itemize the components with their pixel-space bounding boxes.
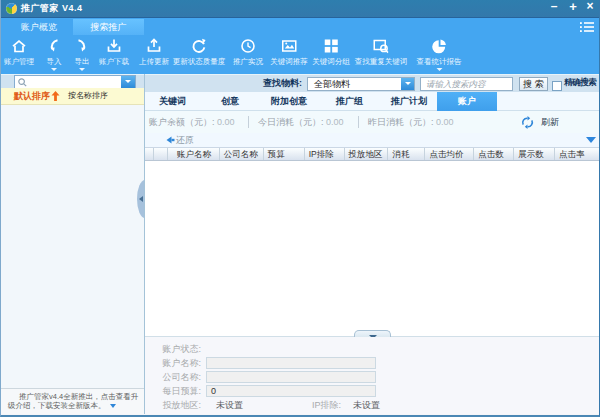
refresh-button[interactable]: 刷新 (541, 111, 559, 133)
import-caret-icon (51, 68, 57, 71)
filter-funnel-icon[interactable] (586, 137, 596, 143)
table-body (145, 161, 600, 336)
column-header-10[interactable]: 点击数 (474, 148, 514, 160)
sidebar-search-arrow-icon[interactable] (121, 76, 135, 88)
toolbar-keyword-recommend-button[interactable]: 关键词推荐 (270, 36, 308, 67)
toolbar-account-download-button[interactable]: 账户下载 (99, 36, 129, 67)
form-input-2[interactable] (206, 357, 376, 369)
material-select-arrow-icon[interactable] (401, 78, 414, 90)
toolbar-label: 推广实况 (233, 56, 263, 67)
sort-by-name-button[interactable]: 按名称排序 (68, 88, 108, 104)
window-title: 推广管家 V4.4 (21, 0, 83, 17)
app-window: 推广管家 V4.4 – + × 账户概览 搜索推广 账户管理导入导出账户下载上传… (0, 0, 600, 417)
stats-bar: 刷新 账户余额（元）: 0.00今日消耗（元）: 0.00昨日消耗（元）: 0.… (145, 111, 600, 133)
tab-search-promotion[interactable]: 搜索推广 (73, 19, 144, 35)
refresh-icon[interactable] (521, 116, 534, 129)
column-header-5[interactable]: 预算 (264, 148, 305, 160)
module-tab-bar: 账户概览 搜索推广 (1, 18, 599, 36)
stat-1: 账户余额（元）: 0.00 (149, 111, 235, 133)
toolbar-view-report-button[interactable]: 查看统计报告 (417, 36, 462, 71)
toolbar-promotion-live-button[interactable]: 推广实况 (233, 36, 263, 67)
column-header-3[interactable]: 账户名称 (168, 148, 220, 160)
sidebar-notice[interactable]: 推广管家v4.4全新推出，点击查看升级介绍，下载安装全新版本。 (1, 388, 144, 414)
toolbar-account-manage-button[interactable]: 账户管理 (4, 36, 34, 67)
tab-2[interactable]: 创意 (221, 92, 239, 111)
form-label-5: 投放地区: (145, 400, 201, 410)
stat-divider (248, 116, 249, 128)
toolbar-label: 账户管理 (4, 56, 34, 67)
toolbar-label: 更新状态质量度 (173, 56, 226, 67)
restore-icon (166, 136, 174, 144)
sort-default-button[interactable]: 默认排序 (14, 88, 50, 104)
content-tab-bar: 关键词创意附加创意推广组推广计划账户 (145, 92, 600, 111)
toolbar-label: 关键词推荐 (270, 56, 308, 67)
menu-list-icon[interactable] (580, 21, 595, 33)
view-report-icon (417, 38, 462, 56)
stat-2: 今日消耗（元）: 0.00 (258, 111, 344, 133)
keyword-group-icon (312, 38, 350, 56)
form-value-ip: 未设置 (353, 400, 380, 410)
column-header-11[interactable]: 展示数 (514, 148, 555, 160)
toolbar-keyword-group-button[interactable]: 关键词分组 (312, 36, 350, 67)
column-header-7[interactable]: 投放地区 (345, 148, 389, 160)
toolbar-label: 关键词分组 (312, 56, 350, 67)
find-duplicate-keywords-icon (355, 38, 408, 56)
account-download-icon (99, 38, 129, 56)
exact-search-label: 精确搜索 (564, 74, 596, 92)
promotion-live-icon (233, 38, 263, 56)
toolbar-label: 查看统计报告 (417, 56, 462, 67)
minimize-button[interactable]: – (547, 0, 561, 14)
column-header-4[interactable]: 公司名称 (220, 148, 264, 160)
material-select-value: 全部物料 (314, 79, 350, 89)
column-header-8[interactable]: 消耗 (388, 148, 425, 160)
column-header-9[interactable]: 点击均价 (425, 148, 474, 160)
form-label-ip: IP排除: (285, 400, 341, 410)
detail-panel: 账户状态:账户名称:公司名称:每日预算:0投放地区:未设置IP排除:未设置 (145, 337, 600, 414)
form-label-3: 公司名称: (145, 372, 201, 382)
exact-search-checkbox[interactable] (552, 81, 562, 91)
toolbar-label: 导入 (46, 56, 62, 67)
notice-line1: 推广管家v4.4全新推出，点击查看升 (8, 392, 140, 401)
tab-account-active[interactable]: 账户 (437, 92, 497, 111)
tab-4[interactable]: 推广组 (336, 92, 363, 111)
material-select[interactable]: 全部物料 (307, 77, 415, 91)
update-status-quality-icon (173, 38, 226, 56)
view-report-caret-icon (436, 68, 442, 71)
import-icon (46, 38, 62, 56)
tab-1[interactable]: 关键词 (159, 92, 186, 111)
export-icon (74, 38, 90, 56)
column-header-1[interactable] (145, 148, 154, 160)
toolbar-label: 上传更新 (139, 56, 169, 67)
tab-5[interactable]: 推广计划 (391, 92, 427, 111)
column-header-2[interactable] (154, 148, 168, 160)
form-input-4[interactable]: 0 (206, 385, 376, 397)
notice-line2: 级介绍，下载安装全新版本。 (8, 401, 140, 410)
sidebar-search-input[interactable] (14, 75, 136, 89)
toolbar-find-duplicate-keywords-button[interactable]: 查找重复关键词 (355, 36, 408, 67)
table-header: 账户名称公司名称预算IP排除投放地区消耗点击均价点击数展示数点击率 (145, 147, 600, 161)
toolbar-update-status-quality-button[interactable]: 更新状态质量度 (173, 36, 226, 67)
restore-button[interactable]: 还原 (176, 133, 194, 147)
toolbar-import-button[interactable]: 导入 (46, 36, 62, 71)
form-label-4: 每日预算: (145, 386, 201, 396)
stat-divider (358, 116, 359, 128)
tab-3[interactable]: 附加创意 (271, 92, 307, 111)
restore-bar: 还原 (145, 133, 600, 147)
keyword-recommend-icon (270, 38, 308, 56)
toolbar-label: 查找重复关键词 (355, 56, 408, 67)
toolbar: 账户管理导入导出账户下载上传更新更新状态质量度推广实况关键词推荐关键词分组查找重… (1, 36, 599, 74)
column-header-12[interactable]: 点击率 (555, 148, 600, 160)
search-input[interactable]: 请输入搜索内容 (420, 77, 513, 91)
notice-dropdown-icon[interactable] (110, 404, 116, 408)
form-input-3[interactable] (206, 371, 376, 383)
search-button[interactable]: 搜 索 (519, 77, 548, 91)
maximize-button[interactable]: + (566, 0, 580, 14)
toolbar-export-button[interactable]: 导出 (74, 36, 90, 71)
column-header-6[interactable]: IP排除 (305, 148, 345, 160)
sidebar-account-list (1, 105, 144, 388)
tab-account-overview[interactable]: 账户概览 (21, 18, 57, 36)
toolbar-label: 导出 (74, 56, 90, 67)
close-button[interactable]: × (583, 0, 597, 14)
form-label-2: 账户名称: (145, 358, 201, 368)
toolbar-upload-update-button[interactable]: 上传更新 (139, 36, 169, 67)
